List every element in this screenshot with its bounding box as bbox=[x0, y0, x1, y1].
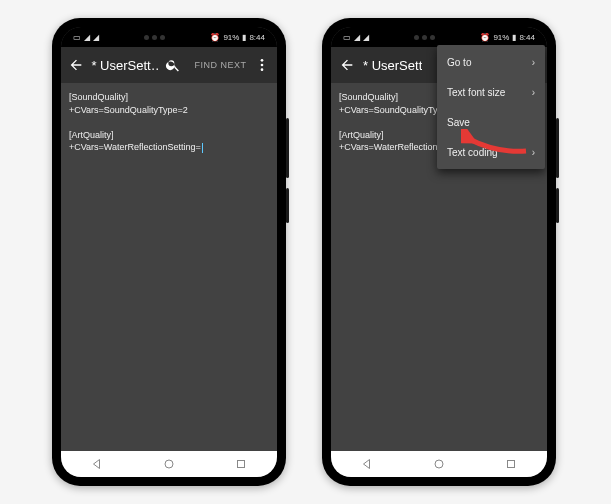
svg-point-1 bbox=[260, 64, 263, 67]
clock-text: 8:44 bbox=[249, 33, 265, 42]
battery-icon: ▮ bbox=[512, 33, 516, 42]
back-icon[interactable] bbox=[337, 55, 357, 75]
menu-label: Text font size bbox=[447, 87, 505, 98]
camera-dot bbox=[414, 35, 419, 40]
power-button bbox=[286, 188, 289, 223]
nav-recent-icon[interactable] bbox=[504, 457, 518, 471]
wifi-icon: ◢ bbox=[93, 33, 99, 42]
screen-right: ▭ ◢ ◢ ⏰ 91% ▮ 8:44 bbox=[331, 27, 547, 477]
volume-button bbox=[286, 118, 289, 178]
alarm-icon: ⏰ bbox=[480, 33, 490, 42]
svg-point-5 bbox=[435, 460, 443, 468]
status-bar: ▭ ◢ ◢ ⏰ 91% ▮ 8:44 bbox=[331, 27, 547, 47]
text-cursor bbox=[202, 143, 203, 153]
nav-recent-icon[interactable] bbox=[234, 457, 248, 471]
search-icon[interactable] bbox=[164, 55, 182, 75]
svg-rect-6 bbox=[508, 461, 515, 468]
editor-content: [SoundQuality] +CVars=SoundQualityType=2… bbox=[69, 92, 201, 152]
find-next-button[interactable]: FIND NEXT bbox=[195, 60, 247, 70]
app-bar: * UserSett… FIND NEXT bbox=[61, 47, 277, 83]
nav-back-icon[interactable] bbox=[360, 457, 374, 471]
nav-bar bbox=[331, 451, 547, 477]
text-editor[interactable]: [SoundQuality] +CVars=SoundQualityType=2… bbox=[61, 83, 277, 451]
wifi-icon: ◢ bbox=[84, 33, 90, 42]
sensor-dot bbox=[422, 35, 427, 40]
wifi-icon: ◢ bbox=[363, 33, 369, 42]
menu-item-goto[interactable]: Go to › bbox=[437, 47, 545, 77]
nav-home-icon[interactable] bbox=[432, 457, 446, 471]
svg-point-2 bbox=[260, 68, 263, 71]
overflow-menu: Go to › Text font size › Save Text codin… bbox=[437, 45, 545, 169]
signal-icon: ▭ bbox=[343, 33, 351, 42]
menu-label: Save bbox=[447, 117, 470, 128]
alarm-icon: ⏰ bbox=[210, 33, 220, 42]
menu-item-font-size[interactable]: Text font size › bbox=[437, 77, 545, 107]
overflow-icon[interactable] bbox=[253, 55, 271, 75]
camera-dot bbox=[144, 35, 149, 40]
clock-text: 8:44 bbox=[519, 33, 535, 42]
status-bar: ▭ ◢ ◢ ⏰ 91% ▮ 8:44 bbox=[61, 27, 277, 47]
editor-content: [SoundQuality] +CVars=SoundQualityTy [Ar… bbox=[339, 92, 438, 152]
sensor-dot bbox=[430, 35, 435, 40]
page-title: * UserSett bbox=[363, 58, 422, 73]
battery-text: 91% bbox=[223, 33, 239, 42]
svg-rect-4 bbox=[238, 461, 245, 468]
menu-label: Text coding bbox=[447, 147, 498, 158]
power-button bbox=[556, 188, 559, 223]
screen-left: ▭ ◢ ◢ ⏰ 91% ▮ 8:44 bbox=[61, 27, 277, 477]
battery-icon: ▮ bbox=[242, 33, 246, 42]
menu-item-text-coding[interactable]: Text coding › bbox=[437, 137, 545, 167]
svg-point-0 bbox=[260, 59, 263, 62]
volume-button bbox=[556, 118, 559, 178]
phone-frame-right: ▭ ◢ ◢ ⏰ 91% ▮ 8:44 bbox=[322, 18, 556, 486]
sensor-dot bbox=[160, 35, 165, 40]
sensor-dot bbox=[152, 35, 157, 40]
svg-point-3 bbox=[165, 460, 173, 468]
battery-text: 91% bbox=[493, 33, 509, 42]
chevron-right-icon: › bbox=[532, 87, 535, 98]
menu-item-save[interactable]: Save bbox=[437, 107, 545, 137]
wifi-icon: ◢ bbox=[354, 33, 360, 42]
phone-frame-left: ▭ ◢ ◢ ⏰ 91% ▮ 8:44 bbox=[52, 18, 286, 486]
nav-home-icon[interactable] bbox=[162, 457, 176, 471]
signal-icon: ▭ bbox=[73, 33, 81, 42]
back-icon[interactable] bbox=[67, 55, 85, 75]
menu-label: Go to bbox=[447, 57, 471, 68]
nav-bar bbox=[61, 451, 277, 477]
page-title: * UserSett… bbox=[91, 58, 158, 73]
nav-back-icon[interactable] bbox=[90, 457, 104, 471]
chevron-right-icon: › bbox=[532, 57, 535, 68]
chevron-right-icon: › bbox=[532, 147, 535, 158]
